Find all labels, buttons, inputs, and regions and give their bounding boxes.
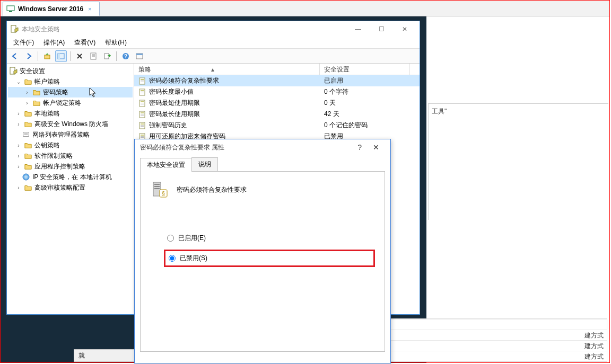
tree-public-key[interactable]: › 公钥策略 xyxy=(8,140,133,150)
tab-explain[interactable]: 说明 xyxy=(191,157,218,171)
svg-rect-45 xyxy=(154,184,160,185)
policy-item-icon xyxy=(138,121,147,130)
setting-cell: 0 个记住的密码 xyxy=(320,121,410,130)
policy-row[interactable]: 强制密码历史0 个记住的密码 xyxy=(134,120,420,131)
bottom-fragment-row: 建方式 xyxy=(390,351,607,361)
mmc-titlebar[interactable]: 本地安全策略 — ☐ ✕ xyxy=(7,21,420,37)
expand-toggle-icon[interactable]: › xyxy=(15,164,22,170)
tree-app-control[interactable]: › 应用程序控制策略 xyxy=(8,161,133,172)
policy-cell: 密码最短使用期限 xyxy=(134,99,320,108)
expand-toggle-icon[interactable]: › xyxy=(15,111,22,117)
mmc-title: 本地安全策略 xyxy=(22,25,343,34)
export-button[interactable] xyxy=(101,50,113,62)
setting-cell: 0 个字符 xyxy=(320,87,410,96)
tree-lockout-policy[interactable]: › 帐户锁定策略 xyxy=(8,97,133,108)
dialog-close-button[interactable]: ✕ xyxy=(367,140,385,154)
tab-local-security-setting[interactable]: 本地安全设置 xyxy=(140,158,192,172)
menu-file[interactable]: 文件(F) xyxy=(9,37,38,48)
svg-rect-21 xyxy=(141,79,144,80)
tree-advanced-audit[interactable]: › 高级审核策略配置 xyxy=(8,182,133,193)
menu-view[interactable]: 查看(V) xyxy=(70,37,100,48)
radio-disabled-input[interactable] xyxy=(169,255,176,262)
expand-toggle-icon[interactable]: ⌄ xyxy=(15,79,22,85)
policy-row[interactable]: 密码长度最小值0 个字符 xyxy=(134,86,420,97)
svg-rect-31 xyxy=(141,104,144,104)
tree-label: 高级审核策略配置 xyxy=(34,183,85,192)
expand-toggle-icon[interactable]: › xyxy=(15,185,22,191)
sort-ascending-icon: ▴ xyxy=(211,66,214,73)
tree-root[interactable]: 安全设置 xyxy=(8,66,133,76)
show-hide-tree-button[interactable] xyxy=(55,50,67,62)
dialog-help-button[interactable]: ? xyxy=(357,143,362,152)
svg-rect-29 xyxy=(141,101,144,102)
col-header-policy[interactable]: 策略 ▴ xyxy=(134,64,320,75)
expand-toggle-icon[interactable]: › xyxy=(15,153,22,159)
svg-rect-30 xyxy=(141,103,144,103)
close-button[interactable]: ✕ xyxy=(393,22,416,37)
radio-enabled[interactable]: 已启用(E) xyxy=(164,231,375,245)
policy-cell: 密码必须符合复杂性要求 xyxy=(134,76,320,85)
properties-button[interactable] xyxy=(88,50,99,62)
delete-button[interactable] xyxy=(74,50,85,62)
expand-toggle-icon[interactable]: › xyxy=(15,121,22,127)
toolbar-separator xyxy=(116,51,117,61)
tab-close-icon[interactable]: × xyxy=(88,6,91,12)
policy-cell: 强制密码历史 xyxy=(134,121,320,130)
svg-rect-6 xyxy=(91,53,96,59)
policy-row[interactable]: 密码最长使用期限42 天 xyxy=(134,109,420,120)
tree-account-policies[interactable]: ⌄ 帐户策略 xyxy=(8,76,133,87)
svg-rect-34 xyxy=(141,114,144,114)
policy-item-icon xyxy=(138,88,147,96)
folder-icon xyxy=(24,120,32,128)
right-panel-fragment: 工具" xyxy=(428,103,608,220)
policy-row[interactable]: 密码最短使用期限0 天 xyxy=(134,97,420,109)
col-header-setting[interactable]: 安全设置 xyxy=(320,64,410,75)
menu-help[interactable]: 帮助(H) xyxy=(101,37,131,48)
radio-disabled[interactable]: 已禁用(S) xyxy=(164,250,375,267)
help-button[interactable]: ? xyxy=(120,50,132,62)
expand-toggle-icon[interactable]: › xyxy=(24,90,30,95)
toolbar-separator xyxy=(70,51,71,61)
svg-rect-43 xyxy=(141,137,144,138)
dialog-titlebar[interactable]: 密码必须符合复杂性要求 属性 ? ✕ xyxy=(135,139,390,155)
tree-local-policies[interactable]: › 本地策略 xyxy=(8,108,133,119)
folder-icon xyxy=(24,109,32,118)
folder-icon xyxy=(32,88,41,96)
dialog-content: § 密码必须符合复杂性要求 已启用(E) 已禁用(S) xyxy=(140,172,385,352)
svg-rect-1 xyxy=(9,11,12,12)
tree-software-restriction[interactable]: › 软件限制策略 xyxy=(8,150,133,161)
expand-toggle-icon[interactable]: › xyxy=(24,100,30,106)
menu-action[interactable]: 操作(A) xyxy=(39,37,69,48)
tree-password-policy[interactable]: › 密码策略 xyxy=(8,87,133,97)
tree-advanced-firewall[interactable]: › 高级安全 Windows 防火墙 xyxy=(8,119,133,129)
bottom-panel-fragment: 建方式 建方式 建方式 xyxy=(390,318,607,362)
folder-icon xyxy=(24,183,32,192)
dialog-heading-text: 密码必须符合复杂性要求 xyxy=(177,185,247,194)
top-tab-windows-server[interactable]: Windows Server 2016 × xyxy=(3,2,100,16)
tree-ip-security[interactable]: IP 安全策略，在 本地计算机 xyxy=(8,172,133,182)
toolbar-separator xyxy=(38,51,38,61)
svg-rect-42 xyxy=(141,136,144,137)
ipsec-icon xyxy=(22,173,30,181)
radio-enabled-input[interactable] xyxy=(167,235,174,242)
tree-network-list[interactable]: 网络列表管理器策略 xyxy=(8,129,133,140)
svg-rect-22 xyxy=(141,81,144,81)
policy-row[interactable]: 密码必须符合复杂性要求已启用 xyxy=(134,75,420,86)
folder-icon xyxy=(22,130,30,139)
refresh-button[interactable] xyxy=(134,50,145,62)
back-button[interactable] xyxy=(9,50,21,62)
expand-toggle-icon[interactable]: › xyxy=(15,143,22,148)
minimize-button[interactable]: — xyxy=(346,22,370,37)
tab-title: Windows Server 2016 xyxy=(18,5,83,13)
bottom-fragment-row: 建方式 xyxy=(390,340,607,351)
svg-rect-47 xyxy=(154,188,160,189)
forward-button[interactable] xyxy=(23,50,34,62)
maximize-button[interactable]: ☐ xyxy=(370,22,393,37)
svg-rect-27 xyxy=(141,93,144,93)
monitor-icon xyxy=(6,5,15,13)
list-header[interactable]: 策略 ▴ 安全设置 xyxy=(134,64,420,75)
folder-icon xyxy=(24,152,32,160)
dialog-title: 密码必须符合复杂性要求 属性 xyxy=(140,143,352,152)
up-button[interactable] xyxy=(41,50,53,62)
mmc-tree[interactable]: 安全设置 ⌄ 帐户策略 › 密码策略 › 帐户锁定策略 › 本地策略 xyxy=(7,64,134,314)
